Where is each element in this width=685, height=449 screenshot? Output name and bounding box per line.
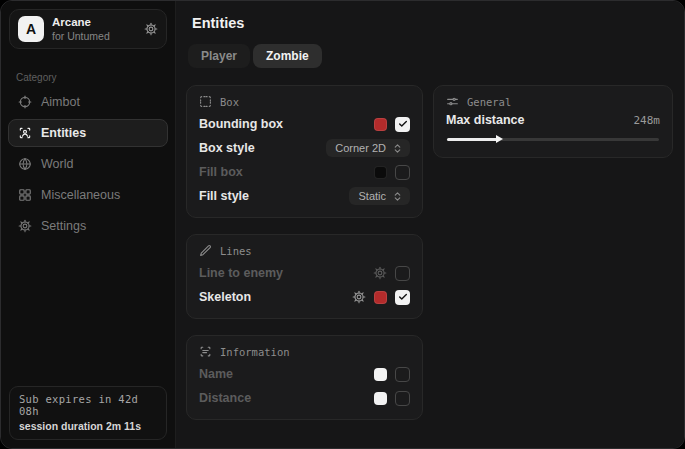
card-title: General (467, 96, 511, 108)
max-distance-slider[interactable] (447, 133, 659, 145)
information-card: Information Name Distance (186, 335, 423, 420)
row-distance: Distance (199, 387, 410, 409)
card-title: Box (220, 96, 239, 108)
slider-fill (447, 138, 498, 141)
tab-zombie[interactable]: Zombie (253, 44, 322, 68)
tab-player[interactable]: Player (188, 44, 250, 68)
sidebar-item-aimbot[interactable]: Aimbot (8, 88, 168, 116)
scan-text-icon (199, 345, 212, 358)
row-line-to-enemy: Line to enemy (199, 262, 410, 284)
app-window: A Arcane for Untumed Category Aimbot Ent… (0, 0, 685, 449)
gear-icon (18, 219, 32, 233)
box-select-icon (199, 95, 212, 108)
sidebar-item-label: World (41, 157, 73, 171)
fill-box-checkbox[interactable] (395, 165, 410, 180)
sidebar-nav: Aimbot Entities World Miscellaneous Sett… (1, 88, 175, 240)
row-name: Name (199, 363, 410, 385)
page-title: Entities (192, 15, 672, 31)
box-card: Box Bounding box Box style Corne (186, 85, 423, 218)
brand-card: A Arcane for Untumed (9, 9, 167, 49)
lines-card: Lines Line to enemy Skeleton (186, 234, 423, 319)
sidebar-item-settings[interactable]: Settings (8, 212, 168, 240)
max-distance-label: Max distance (446, 113, 634, 127)
sidebar-item-label: Miscellaneous (41, 188, 120, 202)
session-duration-text: session duration 2m 11s (19, 420, 157, 432)
category-label: Category (16, 72, 175, 83)
card-title: Lines (220, 245, 252, 257)
person-scan-icon (18, 126, 32, 140)
box-style-dropdown[interactable]: Corner 2D (326, 139, 410, 157)
color-swatch[interactable] (374, 118, 387, 131)
chevrons-up-down-icon (392, 191, 403, 202)
row-box-style: Box style Corner 2D (199, 137, 410, 159)
brand-name: Arcane (52, 16, 110, 29)
general-card: General Max distance 248m (433, 85, 673, 158)
brand-logo: A (18, 16, 44, 42)
distance-checkbox[interactable] (395, 391, 410, 406)
fill-style-dropdown[interactable]: Static (349, 187, 410, 205)
row-fill-style: Fill style Static (199, 185, 410, 207)
globe-icon (18, 157, 32, 171)
sidebar-item-label: Aimbot (41, 95, 80, 109)
color-swatch[interactable] (374, 166, 387, 179)
gear-icon[interactable] (352, 290, 366, 304)
skeleton-checkbox[interactable] (395, 290, 410, 305)
color-swatch[interactable] (374, 392, 387, 405)
chevrons-up-down-icon (392, 143, 403, 154)
sidebar-item-label: Entities (41, 126, 86, 140)
grid-icon (18, 188, 32, 202)
sidebar-item-label: Settings (41, 219, 86, 233)
slider-thumb[interactable] (496, 135, 503, 143)
max-distance-value: 248m (634, 114, 661, 127)
crosshair-icon (18, 95, 32, 109)
name-checkbox[interactable] (395, 367, 410, 382)
row-bounding-box: Bounding box (199, 113, 410, 135)
pencil-line-icon (199, 244, 212, 257)
gear-icon[interactable] (144, 22, 158, 36)
sidebar-item-world[interactable]: World (8, 150, 168, 178)
sidebar: A Arcane for Untumed Category Aimbot Ent… (1, 1, 176, 448)
sliders-icon (446, 95, 459, 108)
sidebar-item-entities[interactable]: Entities (8, 119, 168, 147)
card-title: Information (220, 346, 290, 358)
color-swatch[interactable] (374, 291, 387, 304)
gear-icon[interactable] (373, 266, 387, 280)
row-skeleton: Skeleton (199, 286, 410, 308)
sidebar-item-miscellaneous[interactable]: Miscellaneous (8, 181, 168, 209)
line-to-enemy-checkbox[interactable] (395, 266, 410, 281)
subscription-info: Sub expires in 42d 08h session duration … (9, 386, 167, 440)
color-swatch[interactable] (374, 368, 387, 381)
row-fill-box: Fill box (199, 161, 410, 183)
bounding-box-checkbox[interactable] (395, 117, 410, 132)
sub-expiry-text: Sub expires in 42d 08h (19, 393, 157, 417)
main-panel: Entities Player Zombie Box Bounding box (176, 1, 684, 448)
brand-subtitle: for Untumed (52, 30, 110, 42)
entity-tabs: Player Zombie (188, 44, 322, 68)
